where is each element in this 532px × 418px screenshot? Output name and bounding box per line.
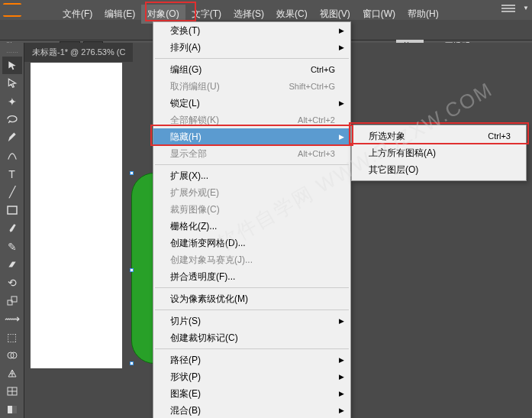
- resize-handle[interactable]: [130, 268, 134, 272]
- menu-ungroup: 取消编组(U)Shift+Ctrl+G: [153, 78, 350, 95]
- menu-path[interactable]: 路径(P)▶: [153, 352, 350, 368]
- svg-rect-7: [12, 406, 17, 413]
- direct-select-tool[interactable]: [2, 75, 22, 92]
- shaper-tool[interactable]: ✎: [2, 238, 22, 255]
- menu-unlock-all: 全部解锁(K)Alt+Ctrl+2: [153, 112, 350, 128]
- menu-arrange[interactable]: 排列(A)▶: [153, 39, 350, 56]
- selection-tool[interactable]: [2, 57, 22, 74]
- lasso-tool[interactable]: [2, 111, 22, 128]
- submenu-arrow-icon: ▶: [339, 390, 344, 397]
- menu-hide[interactable]: 隐藏(H)▶: [153, 128, 350, 145]
- menu-edit[interactable]: 编辑(E): [98, 5, 141, 24]
- menu-expand-appearance: 扩展外观(E): [153, 184, 350, 201]
- submenu-arrow-icon: ▶: [339, 407, 344, 414]
- menu-help[interactable]: 帮助(H): [401, 5, 445, 24]
- pen-tool[interactable]: [2, 129, 22, 147]
- free-transform-tool[interactable]: ⬚: [2, 329, 22, 346]
- object-menu-dropdown: 变换(T)▶ 排列(A)▶ 编组(G)Ctrl+G 取消编组(U)Shift+C…: [153, 21, 351, 418]
- magic-wand-tool[interactable]: ✦: [2, 93, 22, 111]
- menu-pattern[interactable]: 图案(E)▶: [153, 385, 350, 402]
- submenu-arrow-icon: ▶: [339, 317, 344, 325]
- toolbox-grip[interactable]: ⋯⋯: [6, 49, 18, 56]
- resize-handle[interactable]: [130, 361, 134, 365]
- submenu-arrow-icon: ▶: [339, 27, 344, 34]
- toolbox: ⋯⋯ ✦ T ╱ ✎ ⟲ ⟿ ⬚: [0, 43, 24, 418]
- menu-group[interactable]: 编组(G)Ctrl+G: [153, 61, 350, 78]
- submenu-arrow-icon: ▶: [339, 99, 344, 107]
- menu-shape[interactable]: 形状(P)▶: [153, 368, 350, 385]
- menu-separator: [155, 348, 349, 349]
- menu-separator: [155, 287, 349, 288]
- rotate-tool[interactable]: ⟲: [2, 274, 22, 292]
- svg-rect-0: [8, 206, 17, 214]
- menu-flatten[interactable]: 拼合透明度(F)...: [153, 268, 350, 285]
- width-tool[interactable]: ⟿: [2, 310, 22, 328]
- menu-expand[interactable]: 扩展(X)...: [153, 167, 350, 184]
- arrange-docs-icon[interactable]: [501, 5, 515, 14]
- shape-builder-tool[interactable]: [2, 346, 22, 364]
- submenu-above[interactable]: 上方所有图稿(A): [352, 144, 526, 161]
- menu-blend[interactable]: 混合(B)▶: [153, 402, 350, 418]
- submenu-arrow-icon: ▶: [339, 133, 344, 141]
- chevron-down-icon: ▼: [523, 5, 529, 11]
- submenu-arrow-icon: ▶: [339, 373, 344, 381]
- menu-rasterize[interactable]: 栅格化(Z)...: [153, 218, 350, 235]
- rectangle-tool[interactable]: [2, 202, 22, 219]
- perspective-tool[interactable]: [2, 365, 22, 382]
- menu-window[interactable]: 窗口(W): [356, 5, 401, 24]
- eraser-tool[interactable]: [2, 256, 22, 274]
- curvature-tool[interactable]: [2, 147, 22, 165]
- mesh-tool[interactable]: [2, 383, 22, 400]
- menu-crop-image: 裁剪图像(C): [153, 201, 350, 218]
- line-tool[interactable]: ╱: [2, 183, 22, 201]
- submenu-selection[interactable]: 所选对象Ctrl+3: [352, 128, 526, 144]
- menu-gradient-mesh[interactable]: 创建渐变网格(D)...: [153, 235, 350, 251]
- submenu-arrow-icon: ▶: [339, 44, 344, 51]
- hide-submenu: 所选对象Ctrl+3 上方所有图稿(A) 其它图层(O): [351, 125, 527, 181]
- canvas[interactable]: [31, 63, 122, 368]
- menu-lock[interactable]: 锁定(L)▶: [153, 95, 350, 112]
- menu-file[interactable]: 文件(F): [56, 5, 98, 24]
- scale-tool[interactable]: [2, 292, 22, 309]
- menu-trim-marks[interactable]: 创建裁切标记(C): [153, 329, 350, 346]
- menu-transform[interactable]: 变换(T)▶: [153, 22, 350, 39]
- menu-separator: [155, 309, 349, 310]
- document-tab[interactable]: 未标题-1* @ 276.53% (C: [24, 43, 133, 62]
- menu-mosaic: 创建对象马赛克(J)...: [153, 251, 350, 268]
- paintbrush-tool[interactable]: [2, 220, 22, 238]
- menu-pixel-perfect[interactable]: 设为像素级优化(M): [153, 290, 350, 307]
- menu-show-all: 显示全部Alt+Ctrl+3: [153, 145, 350, 162]
- menu-separator: [155, 58, 349, 59]
- menubar: 文件(F) 编辑(E) 对象(O) 文字(T) 选择(S) 效果(C) 视图(V…: [0, 5, 532, 15]
- type-tool[interactable]: T: [2, 165, 22, 183]
- menu-slice[interactable]: 切片(S)▶: [153, 313, 350, 329]
- resize-handle[interactable]: [130, 171, 134, 175]
- submenu-other-layers[interactable]: 其它图层(O): [352, 161, 526, 178]
- submenu-arrow-icon: ▶: [339, 356, 344, 364]
- menu-separator: [155, 164, 349, 165]
- gradient-tool[interactable]: [2, 400, 22, 418]
